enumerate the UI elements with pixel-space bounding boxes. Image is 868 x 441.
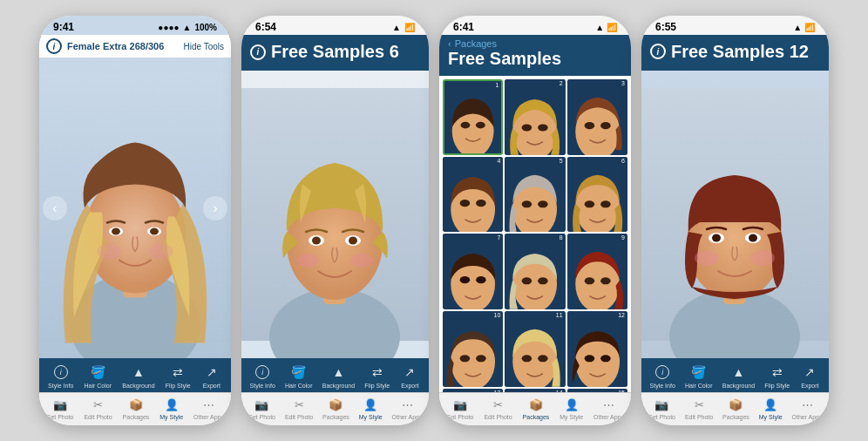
svg-point-30 — [584, 122, 594, 129]
tab-edit-photo[interactable]: ✂ Edit Photo — [285, 397, 313, 420]
tab-other-apps[interactable]: ⋯ Other Apps — [392, 397, 423, 420]
svg-point-51 — [538, 278, 548, 285]
toolbar-flip-style[interactable]: ⇄ Flip Style — [166, 363, 191, 389]
svg-point-8 — [97, 244, 121, 260]
my-style-icon: 👤 — [761, 397, 780, 412]
hair-cell-11[interactable]: 11 — [505, 311, 565, 387]
svg-point-62 — [522, 355, 532, 362]
tab-other-apps[interactable]: ⋯ Other Apps — [792, 397, 823, 420]
hide-tools-button[interactable]: Hide Tools — [183, 42, 224, 51]
phone-2-toolbar: i Style Info 🪣 Hair Color ▲ Background ⇄… — [241, 358, 429, 392]
hair-cell-8[interactable]: 8 — [505, 234, 565, 309]
phone-3-tab-bar: 📷 Got Photo ✂ Edit Photo 📦 Packages 👤 My… — [439, 392, 631, 425]
hair-cell-4[interactable]: 4 — [443, 157, 503, 233]
toolbar-background[interactable]: ▲ Background — [122, 363, 154, 389]
svg-point-27 — [538, 124, 548, 131]
tab-get-photo[interactable]: 📷 Get Photo — [46, 397, 74, 420]
phone-1-status-bar: 9:41 ●●●● ▲ 100% — [39, 16, 231, 35]
phone-3-title: Free Samples — [448, 49, 622, 69]
edit-icon: ✂ — [89, 397, 108, 412]
phone-3-screen: 6:41 ▲ 📶 ‹ Packages Free Samples 1 — [439, 16, 631, 425]
toolbar-style-info[interactable]: i Style Info — [48, 363, 73, 389]
tab-edit-photo[interactable]: ✂ Edit Photo — [84, 397, 112, 420]
toolbar-style-info[interactable]: i Style Info — [250, 363, 275, 389]
tab-other-apps[interactable]: ⋯ Other Apps — [193, 397, 224, 420]
info-button[interactable]: i — [46, 38, 62, 54]
flip-icon: ⇄ — [767, 363, 788, 381]
toolbar-background[interactable]: ▲ Background — [722, 363, 755, 389]
svg-point-15 — [312, 237, 321, 245]
tab-packages[interactable]: 📦 Packages — [123, 397, 150, 420]
svg-point-50 — [522, 278, 532, 285]
phone-4-screen: 6:55 ▲ 📶 i Free Samples 12 — [641, 16, 829, 425]
hair-cell-10[interactable]: 10 — [443, 311, 503, 387]
nav-right-button[interactable]: › — [203, 196, 227, 220]
phone-1-time: 9:41 — [53, 21, 74, 33]
tab-get-photo[interactable]: 📷 Get Photo — [248, 397, 275, 420]
svg-point-59 — [476, 355, 486, 362]
tab-packages[interactable]: 📦 Packages — [722, 397, 749, 420]
hair-cell-15[interactable]: 15 — [567, 389, 627, 392]
phone-4-toolbar: i Style Info 🪣 Hair Color ▲ Background ⇄… — [641, 358, 829, 392]
phone-4-status-bar: 6:55 ▲ 📶 — [641, 16, 829, 35]
hair-cell-12[interactable]: 12 — [567, 311, 627, 387]
toolbar-background[interactable]: ▲ Background — [322, 363, 355, 389]
toolbar-export[interactable]: ↗ Export — [201, 363, 222, 389]
tab-my-style[interactable]: 👤 My Style — [359, 397, 383, 420]
svg-point-47 — [476, 276, 486, 283]
hair-cell-13[interactable]: 13 — [443, 389, 503, 392]
phone-2-header: i Free Samples 6 — [241, 35, 429, 71]
phone-1-portrait — [39, 58, 231, 358]
battery-icon: 100% — [194, 23, 217, 32]
toolbar-export[interactable]: ↗ Export — [799, 363, 820, 389]
tab-get-photo[interactable]: 📷 Got Photo — [446, 397, 474, 420]
svg-point-86 — [712, 234, 721, 242]
toolbar-flip-style[interactable]: ⇄ Flip Style — [764, 363, 790, 389]
svg-point-38 — [522, 200, 532, 207]
background-icon: ▲ — [728, 363, 749, 381]
tab-my-style[interactable]: 👤 My Style — [759, 397, 783, 420]
hair-cell-7[interactable]: 7 — [443, 234, 503, 309]
tab-my-style[interactable]: 👤 My Style — [159, 397, 183, 420]
hair-cell-5[interactable]: 5 — [505, 157, 565, 233]
nav-left-button[interactable]: ‹ — [43, 196, 67, 220]
toolbar-hair-color[interactable]: 🪣 Hair Color — [285, 363, 313, 389]
hair-cell-1[interactable]: 1 — [443, 79, 503, 155]
svg-point-55 — [600, 278, 611, 285]
hair-cell-2[interactable]: 2 — [505, 79, 565, 155]
back-button[interactable]: ‹ Packages — [448, 38, 622, 49]
hair-cell-6[interactable]: 6 — [567, 157, 627, 233]
toolbar-export[interactable]: ↗ Export — [399, 363, 420, 389]
toolbar-hair-color[interactable]: 🪣 Hair Color — [685, 363, 713, 389]
wifi-icon: ▲ — [183, 23, 192, 32]
tab-edit-photo[interactable]: ✂ Edit Photo — [484, 397, 512, 420]
flip-icon: ⇄ — [167, 363, 188, 381]
phone-1-status-icons: ●●●● ▲ 100% — [158, 23, 217, 32]
tab-get-photo[interactable]: 📷 Get Photo — [648, 397, 675, 420]
svg-point-42 — [584, 200, 594, 207]
signal-icon: ▲ 📶 — [595, 23, 617, 32]
phone-3-time: 6:41 — [453, 21, 474, 33]
tab-packages[interactable]: 📦 Packages — [322, 397, 349, 420]
tab-other-apps[interactable]: ⋯ Other Apps — [593, 397, 624, 420]
phone-2-status-icons: ▲ 📶 — [392, 23, 415, 32]
toolbar-style-info[interactable]: i Style Info — [650, 363, 675, 389]
tab-my-style[interactable]: 👤 My Style — [559, 397, 583, 420]
tab-packages[interactable]: 📦 Packages — [523, 397, 550, 420]
phone-3: 6:41 ▲ 📶 ‹ Packages Free Samples 1 — [439, 16, 631, 425]
info-icon: i — [250, 44, 266, 60]
toolbar-hair-color[interactable]: 🪣 Hair Color — [85, 363, 112, 389]
svg-point-35 — [476, 200, 486, 207]
phone-3-status-icons: ▲ 📶 — [595, 23, 617, 32]
tab-edit-photo[interactable]: ✂ Edit Photo — [685, 397, 713, 420]
phone-3-status-bar: 6:41 ▲ 📶 — [439, 16, 631, 35]
chevron-left-icon: ‹ — [448, 38, 451, 49]
hair-cell-14[interactable]: 14 — [505, 389, 565, 392]
hair-cell-9[interactable]: 9 — [567, 234, 627, 309]
svg-point-43 — [600, 200, 611, 207]
packages-icon: 📦 — [326, 397, 345, 412]
hair-cell-3[interactable]: 3 — [567, 79, 627, 155]
toolbar-flip-style[interactable]: ⇄ Flip Style — [364, 363, 390, 389]
svg-point-22 — [461, 122, 471, 129]
svg-point-19 — [350, 254, 373, 268]
